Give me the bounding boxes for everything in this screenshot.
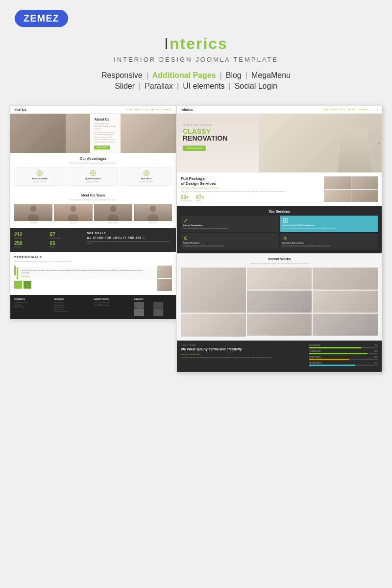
mini-service-consultation: Interior Consultation The service is per… <box>181 216 279 232</box>
mini-service-furniture-text: Our agency will help you create the perf… <box>183 245 276 247</box>
mini-purchase-btn[interactable]: PURCHASE NOW <box>183 146 206 151</box>
mini-recent-title: Recent Works <box>181 257 378 261</box>
hero-next-arrow-icon[interactable]: › <box>378 141 380 146</box>
product-title-accent: nterics <box>170 35 228 52</box>
mini-works-grid <box>181 268 378 337</box>
mini-about-btn[interactable]: READ MORE <box>94 146 109 149</box>
svg-rect-16 <box>284 237 286 238</box>
svg-rect-15 <box>284 238 287 240</box>
mini-footer-gallery: GALLERY <box>134 298 172 316</box>
mini-logo-accent: I <box>14 108 15 111</box>
mini-quality-sub: Customer is always right <box>181 353 306 355</box>
mini-hero-img-3 <box>121 114 176 153</box>
mini-adv-qualified: Qualified Agents Highly experienced <box>68 167 119 186</box>
mini-footer-latest-title: LATEST POSTS <box>94 298 132 300</box>
mini-testimonial-title: TESTIMONIALS <box>14 256 172 259</box>
mini-work-img-5 <box>313 291 378 313</box>
mini-nav-left: Interics HOME PAGES BLOG GALLERY CONTACT… <box>10 106 176 114</box>
mini-pkg-img-3 <box>324 190 351 202</box>
mini-footer-latest-text: Oct 23 2016 for AliquamOct 18 2016 for S… <box>94 302 132 306</box>
mini-work-img-4 <box>247 291 312 313</box>
mini-pkg-img-2 <box>351 176 378 189</box>
mini-pkg-images <box>324 176 378 202</box>
tag-slider[interactable]: Slider <box>115 82 135 91</box>
prev-arrow-icon[interactable]: ‹ <box>14 281 22 289</box>
mini-service-accessories-title: Exclusive Accessories <box>283 242 376 244</box>
tag-social-login[interactable]: Social Login <box>235 82 277 91</box>
mini-stat-4: 65 Staff up <box>50 241 84 248</box>
mini-footer-gal-img-3 <box>134 309 144 316</box>
main-content: Interics HOME PAGES BLOG GALLERY CONTACT… <box>0 105 392 329</box>
mini-stats-heading: WE STAND FOR QUALITY AND SAF... <box>87 236 172 239</box>
mini-work-img-6 <box>181 314 246 337</box>
mini-bar-restaurants-fill <box>309 365 355 366</box>
mini-adv-always-title: Always Available <box>17 177 63 180</box>
mini-service-accessories-text: Here is exactly designing, sourcing and … <box>283 245 376 247</box>
mini-bar-residential-fill <box>309 347 361 348</box>
mini-pkg-text: Full Packageof Design Services Room Desi… <box>181 176 321 202</box>
mini-footer-services-text: Interior DesignDesign Project3D Visualiz… <box>54 302 93 313</box>
mini-quote-text: Interior Design was. Liam mauris the pro… <box>21 270 151 274</box>
svg-point-1 <box>28 214 39 221</box>
mini-advantages-title: Our Advantages <box>14 157 172 160</box>
tag-additional-pages[interactable]: Additional Pages <box>152 71 216 80</box>
mini-nav-right: Interics HOME PAGES BLOG GALLERY CONTACT… <box>177 106 382 114</box>
next-arrow-icon[interactable]: › <box>24 281 31 289</box>
zemez-logo-badge[interactable]: ZEMEZ <box>15 10 68 27</box>
mini-social-icons: f t g <box>374 108 378 111</box>
header: ZEMEZ Interics INTERIOR DESIGN JOOMLA TE… <box>0 0 392 105</box>
tag-blog[interactable]: Blog <box>226 71 242 80</box>
mini-stats-numbers: 212 Loyal clients 57 Projects monthly 25… <box>14 232 84 248</box>
mini-logo-right: Interics <box>181 108 193 111</box>
mini-stats-text: OUR GOALS WE STAND FOR QUALITY AND SAF..… <box>87 232 172 248</box>
mini-bar-workspace-fill <box>309 359 349 360</box>
tag-parallax[interactable]: Parallax <box>145 82 173 91</box>
mini-team-photo-2 <box>54 204 92 221</box>
mini-advantages-grid: Always Available Always here to help Qua… <box>14 167 172 186</box>
mini-services-title: Our Services <box>181 210 378 213</box>
mini-team-section: Meet the Team Fusce ac ante viverra dign… <box>10 190 176 228</box>
mini-services-grid: Interior Consultation The service is per… <box>181 216 378 249</box>
mini-team-photos: John Smith Jane Doe <box>14 204 172 224</box>
mini-footer-dark: CONTACTS 1234 Address StreetCity, StateP… <box>10 295 176 319</box>
mini-pkg-title: Full Packageof Design Services <box>181 176 321 186</box>
mini-footer-gal-img-4 <box>153 309 163 316</box>
mini-service-consultation-title: Interior Consultation <box>183 224 276 226</box>
mini-work-img-3 <box>313 268 378 290</box>
svg-point-0 <box>30 206 37 212</box>
mini-recent-section: Recent Works Interior design solutions f… <box>177 253 382 341</box>
person-icon <box>90 170 96 176</box>
mini-service-furniture-title: Custom Furniture <box>183 242 276 244</box>
mini-quality-title: We value quality, terms and creativity <box>181 347 306 351</box>
mini-work-img-2 <box>247 268 312 290</box>
nav-tags: Responsive | Additional Pages | Blog | M… <box>101 71 291 91</box>
mini-hero-left: About Us Comfortable and affordable inte… <box>10 114 176 153</box>
mini-stat-3: 258 Sold items <box>14 241 49 248</box>
tag-ui-elements[interactable]: UI elements <box>183 82 224 91</box>
product-subtitle: INTERIOR DESIGN JOOMLA TEMPLATE <box>114 56 278 63</box>
mini-service-design-title: Interior Design & 3D Visualisation <box>283 224 376 226</box>
furniture-icon <box>183 236 188 241</box>
mini-pkg-stat-1: 20+ Years experience <box>181 195 192 202</box>
preview-right: Interics HOME PAGES BLOG GALLERY CONTACT… <box>176 105 382 372</box>
tag-responsive[interactable]: Responsive <box>101 71 143 80</box>
mini-testimonial-images <box>157 266 172 291</box>
mini-team-title: Meet the Team <box>14 194 172 197</box>
mini-services-dark: Our Services Interior Consultation The s… <box>177 206 382 253</box>
preview-left: Interics HOME PAGES BLOG GALLERY CONTACT… <box>10 105 176 319</box>
mini-hero-right: › INTERIOR DESIGN CLASSYRENOVATION PURCH… <box>177 114 382 172</box>
mini-about-title: About Us <box>94 118 117 121</box>
mini-quality-body: Lorem ipsum dolor sit amet consectetur a… <box>181 357 306 359</box>
chair-icon <box>338 128 372 172</box>
mini-footer-services: SERVICES Interior DesignDesign Project3D… <box>54 298 93 316</box>
mini-footer-contacts-text: 1234 Address StreetCity, StatePhone: 123… <box>14 302 52 309</box>
tag-megamenu[interactable]: MegaMenu <box>251 71 291 80</box>
mini-adv-always: Always Available Always here to help <box>14 167 66 186</box>
mini-footer-gal-img-1 <box>134 302 144 309</box>
mini-service-consultation-text: The service is perfect for homeowners th… <box>183 227 276 229</box>
mini-stat-2: 57 Projects monthly <box>50 232 84 239</box>
mini-footer-services-title: SERVICES <box>54 298 93 300</box>
mini-bar-restaurants: RESTAURANTS 67% <box>309 362 378 366</box>
mini-work-img-1 <box>181 268 246 313</box>
clock-icon <box>37 170 43 176</box>
